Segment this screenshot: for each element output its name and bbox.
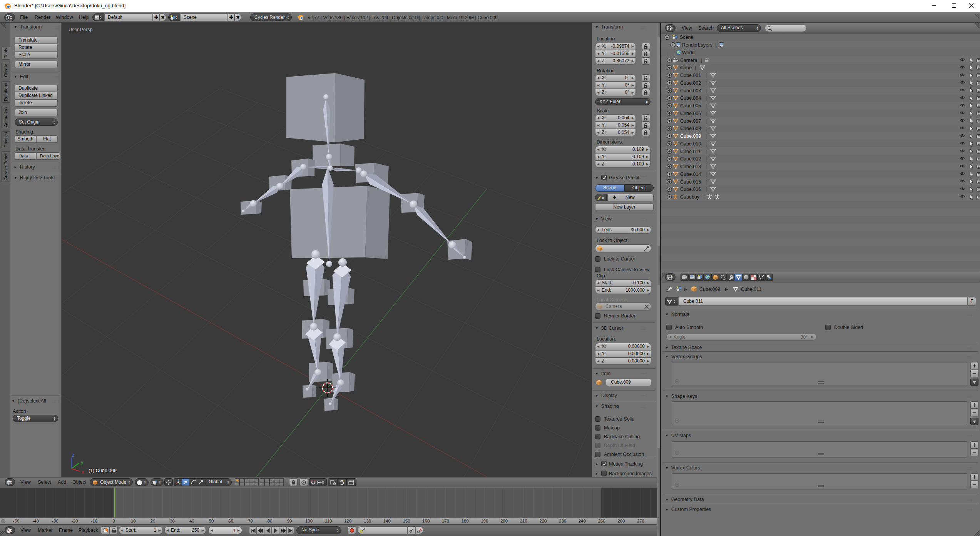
svg-text:Cube.011: Cube.011: [680, 149, 701, 154]
svg-text:|: |: [706, 88, 707, 94]
svg-text:Cube.002: Cube.002: [680, 80, 701, 86]
svg-text:User Persp: User Persp: [69, 27, 93, 32]
svg-text:|: |: [706, 156, 707, 162]
svg-text:|: |: [706, 164, 707, 169]
svg-text:|: |: [715, 42, 716, 48]
svg-text:z: z: [72, 452, 75, 458]
svg-text:Cube.003: Cube.003: [680, 88, 701, 94]
svg-text:|: |: [701, 58, 702, 63]
svg-text:|: |: [706, 111, 707, 116]
svg-text:|: |: [706, 149, 707, 154]
svg-text:i: i: [8, 16, 9, 20]
svg-text:|: |: [706, 126, 707, 131]
svg-text:|: |: [706, 179, 707, 185]
svg-text:|: |: [706, 134, 707, 139]
svg-text:Cube.014: Cube.014: [680, 172, 701, 177]
svg-text:|: |: [703, 194, 704, 200]
svg-text:World: World: [682, 50, 694, 55]
svg-text:|: |: [706, 119, 707, 124]
svg-text:Cube.005: Cube.005: [680, 103, 701, 109]
svg-text:RenderLayers: RenderLayers: [682, 42, 712, 48]
svg-text:Cube.012: Cube.012: [680, 156, 701, 162]
svg-text:Cube.015: Cube.015: [680, 179, 701, 185]
svg-text:|: |: [706, 103, 707, 109]
svg-text:x: x: [82, 469, 84, 475]
svg-text:|: |: [706, 80, 707, 86]
svg-text:Cube.006: Cube.006: [680, 111, 701, 116]
svg-text:Cube.001: Cube.001: [680, 73, 701, 78]
svg-text:Cube.008: Cube.008: [680, 126, 701, 131]
svg-text:y: y: [81, 459, 84, 465]
svg-text:Cube: Cube: [680, 65, 692, 70]
svg-text:Cube.016: Cube.016: [680, 187, 701, 192]
svg-text:Cube.004: Cube.004: [680, 95, 701, 101]
svg-text:|: |: [706, 172, 707, 177]
svg-text:Cube.010: Cube.010: [680, 141, 701, 147]
svg-text:Cube.007: Cube.007: [680, 119, 701, 124]
svg-text:|: |: [695, 65, 696, 70]
svg-text:|: |: [706, 141, 707, 147]
svg-text:(1) Cube.009: (1) Cube.009: [89, 468, 117, 473]
svg-text:|: |: [706, 187, 707, 192]
svg-text:Cube.009: Cube.009: [680, 134, 701, 139]
svg-text:Cube.013: Cube.013: [680, 164, 701, 169]
svg-text:|: |: [706, 95, 707, 101]
svg-text:Camera: Camera: [680, 58, 697, 63]
svg-text:Cubeboy: Cubeboy: [680, 194, 700, 200]
svg-text:|: |: [706, 73, 707, 78]
svg-text:Scene: Scene: [680, 35, 693, 40]
